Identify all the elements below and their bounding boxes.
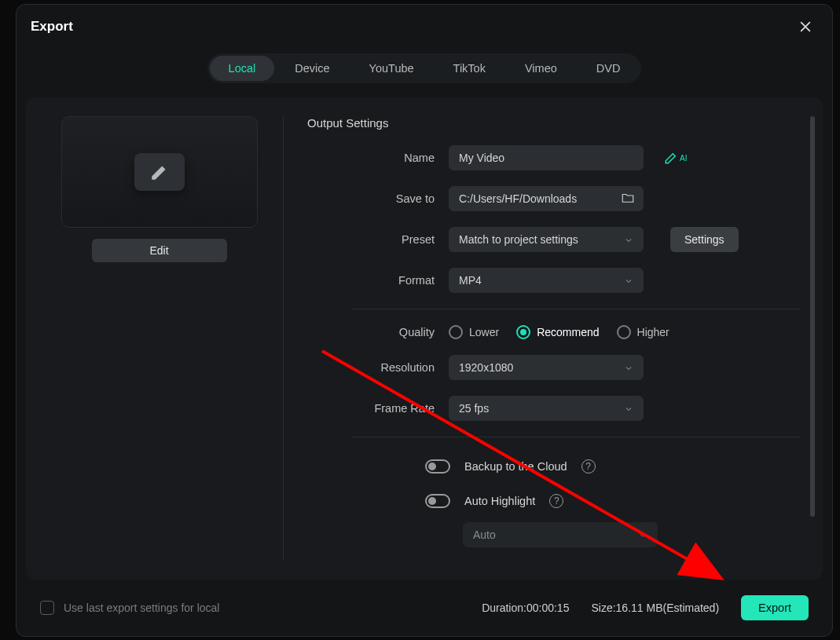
close-icon: [798, 19, 813, 35]
edit-button[interactable]: Edit: [92, 239, 227, 262]
highlight-mode-select[interactable]: Auto: [463, 522, 658, 547]
quality-recommend-radio[interactable]: Recommend: [516, 325, 599, 339]
main-panel: Edit Output Settings Name My Video AI Sa…: [26, 97, 823, 580]
name-input[interactable]: My Video: [449, 145, 644, 170]
tab-dvd[interactable]: DVD: [578, 56, 640, 81]
scrollbar[interactable]: [810, 116, 815, 561]
highlight-help-button[interactable]: ?: [549, 494, 563, 508]
scrollbar-thumb[interactable]: [810, 116, 815, 517]
output-settings: Output Settings Name My Video AI Save to…: [284, 116, 801, 561]
resolution-label: Resolution: [307, 361, 449, 374]
folder-icon: [621, 191, 635, 205]
chevron-down-icon: [638, 530, 647, 539]
dialog-title: Export: [31, 19, 73, 35]
dialog-header: Export: [17, 5, 832, 42]
chevron-down-icon: [624, 363, 633, 372]
chevron-down-icon: [624, 235, 633, 244]
close-button[interactable]: [798, 19, 813, 35]
browse-folder-button[interactable]: [621, 191, 635, 207]
backup-cloud-label: Backup to the Cloud: [464, 460, 567, 473]
auto-highlight-label: Auto Highlight: [464, 495, 535, 507]
quality-radio-group: Lower Recommend Higher: [449, 325, 669, 339]
row-resolution: Resolution 1920x1080: [307, 355, 801, 380]
quality-lower-radio[interactable]: Lower: [449, 325, 499, 339]
ai-rename-button[interactable]: AI: [664, 151, 687, 165]
format-select[interactable]: MP4: [449, 268, 644, 293]
tab-tiktok[interactable]: TikTok: [435, 56, 504, 81]
preset-label: Preset: [307, 233, 449, 246]
auto-highlight-toggle[interactable]: [425, 494, 450, 508]
section-title: Output Settings: [307, 116, 801, 130]
chevron-down-icon: [624, 276, 633, 285]
chevron-down-icon: [624, 404, 633, 413]
framerate-label: Frame Rate: [307, 402, 449, 415]
preset-select[interactable]: Match to project settings: [449, 227, 644, 252]
row-highlight-mode: Auto: [463, 522, 801, 547]
name-label: Name: [307, 152, 449, 164]
resolution-select[interactable]: 1920x1080: [449, 355, 644, 380]
backup-help-button[interactable]: ?: [581, 459, 596, 474]
dialog-footer: Use last export settings for local Durat…: [17, 580, 832, 636]
framerate-select[interactable]: 25 fps: [449, 396, 644, 421]
row-framerate: Frame Rate 25 fps: [307, 396, 801, 421]
backup-cloud-toggle[interactable]: [425, 459, 450, 474]
preset-settings-button[interactable]: Settings: [670, 227, 739, 252]
pencil-icon: [149, 162, 170, 182]
preview-placeholder: [134, 153, 185, 191]
use-last-settings-label: Use last export settings for local: [64, 602, 219, 614]
use-last-settings-checkbox[interactable]: [40, 601, 54, 615]
export-dialog: Export Local Device YouTube TikTok Vimeo…: [16, 4, 833, 637]
row-preset: Preset Match to project settings Setting…: [307, 227, 801, 252]
row-quality: Quality Lower Recommend Higher: [307, 325, 801, 339]
format-label: Format: [307, 274, 449, 287]
footer-right: Duration:00:00:15 Size:16.11 MB(Estimate…: [482, 595, 809, 620]
row-format: Format MP4: [307, 268, 801, 293]
divider: [351, 437, 801, 437]
row-save-to: Save to C:/Users/HF/Downloads: [307, 186, 801, 211]
tab-local[interactable]: Local: [210, 56, 275, 81]
row-backup-cloud: Backup to the Cloud ?: [425, 459, 801, 474]
tab-device[interactable]: Device: [276, 56, 348, 81]
row-auto-highlight: Auto Highlight ?: [425, 494, 801, 508]
save-to-label: Save to: [307, 192, 449, 205]
tab-youtube[interactable]: YouTube: [350, 56, 433, 81]
pencil-ai-icon: [664, 151, 678, 165]
tab-vimeo[interactable]: Vimeo: [506, 56, 576, 81]
preview-thumbnail[interactable]: [61, 116, 258, 228]
row-name: Name My Video AI: [307, 145, 801, 170]
size-meta: Size:16.11 MB(Estimated): [591, 602, 719, 614]
footer-left: Use last export settings for local: [40, 601, 219, 615]
save-to-input[interactable]: C:/Users/HF/Downloads: [449, 186, 644, 211]
duration-meta: Duration:00:00:15: [482, 602, 569, 614]
quality-label: Quality: [307, 326, 449, 338]
export-button[interactable]: Export: [741, 595, 809, 620]
export-tabs: Local Device YouTube TikTok Vimeo DVD: [207, 53, 642, 83]
preview-column: Edit: [48, 116, 284, 561]
divider: [351, 309, 801, 309]
quality-higher-radio[interactable]: Higher: [617, 325, 669, 339]
tabs-container: Local Device YouTube TikTok Vimeo DVD: [17, 42, 832, 97]
